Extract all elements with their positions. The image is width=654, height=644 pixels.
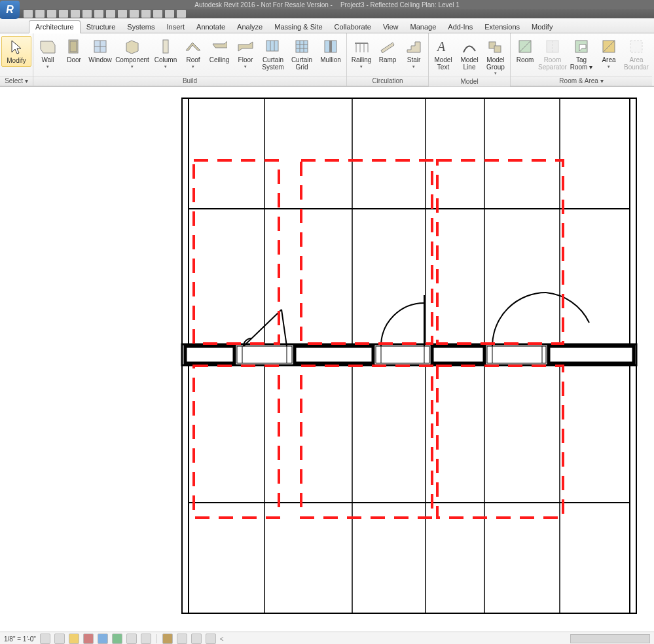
door-icon	[65, 37, 83, 56]
area-icon	[600, 37, 618, 56]
drawing-canvas[interactable]	[0, 86, 654, 632]
scale-display[interactable]: 1/8" = 1'-0"	[4, 635, 36, 643]
qat-redo-icon[interactable]	[59, 10, 68, 18]
svg-rect-31	[630, 41, 642, 52]
svg-rect-15	[329, 41, 332, 52]
room-button[interactable]: Room	[512, 36, 538, 65]
tab-structure[interactable]: Structure	[81, 21, 122, 33]
modify-button[interactable]: Modify	[1, 36, 31, 67]
visual-style-icon[interactable]	[54, 634, 65, 644]
qat-print-icon[interactable]	[71, 10, 80, 18]
svg-rect-60	[301, 366, 432, 518]
tab-modify[interactable]: Modify	[526, 21, 558, 33]
app-menu-button[interactable]: R	[0, 1, 20, 19]
tab-insert[interactable]: Insert	[161, 21, 191, 33]
ribbon-tabstrip: Architecture Structure Systems Insert An…	[0, 18, 654, 33]
svg-rect-57	[301, 160, 432, 344]
roof-button[interactable]: Roof	[180, 36, 206, 70]
wall-button[interactable]: Wall	[35, 36, 61, 70]
reveal-hidden-icon[interactable]	[177, 634, 187, 644]
stair-button[interactable]: Stair	[401, 36, 427, 70]
qat-section-icon[interactable]	[130, 10, 139, 18]
worksharing-icon[interactable]	[191, 634, 202, 644]
tab-architecture[interactable]: Architecture	[29, 20, 81, 33]
temporary-hide-icon[interactable]	[162, 634, 173, 644]
column-button[interactable]: Column	[151, 36, 180, 70]
door-button[interactable]: Door	[61, 36, 87, 65]
tab-view[interactable]: View	[377, 21, 405, 33]
svg-rect-56	[194, 160, 279, 344]
modify-label: Modify	[7, 58, 26, 65]
panel-room-area-label[interactable]: Room & Area ▾	[511, 76, 652, 86]
area-boundary-icon	[627, 37, 645, 56]
ceiling-icon	[210, 37, 228, 56]
qat-thin-lines-icon[interactable]	[141, 10, 151, 18]
panel-select-label[interactable]: Select ▾	[0, 76, 33, 86]
model-group-button[interactable]: Model Group	[482, 36, 509, 77]
detail-level-icon[interactable]	[40, 634, 50, 644]
svg-rect-6	[266, 41, 278, 51]
rendering-icon[interactable]	[98, 634, 108, 644]
floor-button[interactable]: Floor	[232, 36, 259, 70]
panel-circulation-label: Circulation	[347, 76, 428, 86]
tab-extensions[interactable]: Extensions	[479, 21, 526, 33]
column-icon	[156, 37, 175, 56]
analytical-icon[interactable]	[206, 634, 216, 644]
qat-save-icon[interactable]	[35, 10, 45, 18]
cursor-icon	[7, 38, 26, 56]
svg-rect-1	[70, 41, 77, 52]
svg-rect-58	[437, 160, 563, 344]
railing-button[interactable]: Railing	[348, 36, 374, 70]
crop-region-icon[interactable]	[126, 634, 137, 644]
svg-rect-59	[194, 366, 279, 518]
model-text-icon: A	[434, 37, 452, 56]
mullion-icon	[321, 37, 340, 56]
qat-customize-icon[interactable]	[177, 10, 186, 18]
model-text-button[interactable]: A Model Text	[430, 36, 456, 72]
tab-massing-site[interactable]: Massing & Site	[268, 21, 328, 33]
tab-add-ins[interactable]: Add-Ins	[442, 21, 479, 33]
tag-room-button[interactable]: Tag Room ▾	[567, 36, 596, 72]
crop-view-icon[interactable]	[112, 634, 122, 644]
ceiling-button[interactable]: Ceiling	[206, 36, 232, 65]
ramp-icon	[378, 37, 397, 56]
qat-dimension-icon[interactable]	[94, 10, 103, 18]
model-line-button[interactable]: Model Line	[456, 36, 482, 72]
curtain-system-button[interactable]: Curtain System	[259, 36, 287, 72]
tab-manage[interactable]: Manage	[405, 21, 443, 33]
app-title: Autodesk Revit 2016 - Not For Resale Ver…	[194, 1, 333, 9]
mullion-button[interactable]: Mullion	[316, 36, 345, 65]
qat-measure-icon[interactable]	[82, 10, 92, 18]
room-icon	[516, 37, 534, 56]
svg-rect-48	[487, 346, 546, 363]
qat-open-icon[interactable]	[24, 10, 33, 18]
qat-switch-icon[interactable]	[165, 10, 174, 18]
qat-close-hidden-icon[interactable]	[153, 10, 162, 18]
area-button[interactable]: Area	[596, 36, 622, 70]
tab-annotate[interactable]: Annotate	[191, 21, 231, 33]
tab-systems[interactable]: Systems	[121, 21, 160, 33]
curtain-grid-button[interactable]: Curtain Grid	[287, 36, 316, 72]
shadows-icon[interactable]	[83, 634, 94, 644]
sun-path-icon[interactable]	[69, 634, 79, 644]
svg-rect-46	[237, 346, 292, 363]
room-separator-button[interactable]: Room Separator	[538, 36, 567, 72]
qat-undo-icon[interactable]	[47, 10, 56, 18]
area-boundary-button[interactable]: Area Boundar	[622, 36, 651, 72]
status-bar: 1/8" = 1'-0" <	[0, 632, 654, 644]
svg-text:A: A	[436, 39, 446, 54]
ramp-button[interactable]: Ramp	[374, 36, 401, 65]
component-button[interactable]: Component	[113, 36, 151, 70]
document-title: Project3 - Reflected Ceiling Plan: Level…	[340, 1, 460, 9]
tab-collaborate[interactable]: Collaborate	[329, 21, 377, 33]
window-button[interactable]: Window	[87, 36, 113, 65]
qat-3d-icon[interactable]	[118, 10, 127, 18]
model-group-icon	[486, 37, 505, 56]
panel-build-label: Build	[33, 76, 346, 86]
lock-3d-icon[interactable]	[141, 634, 151, 644]
stair-icon	[405, 37, 423, 56]
horizontal-scrollbar[interactable]	[570, 634, 650, 643]
panel-model-label: Model	[429, 77, 510, 86]
tab-analyze[interactable]: Analyze	[231, 21, 268, 33]
qat-text-icon[interactable]	[106, 10, 115, 18]
